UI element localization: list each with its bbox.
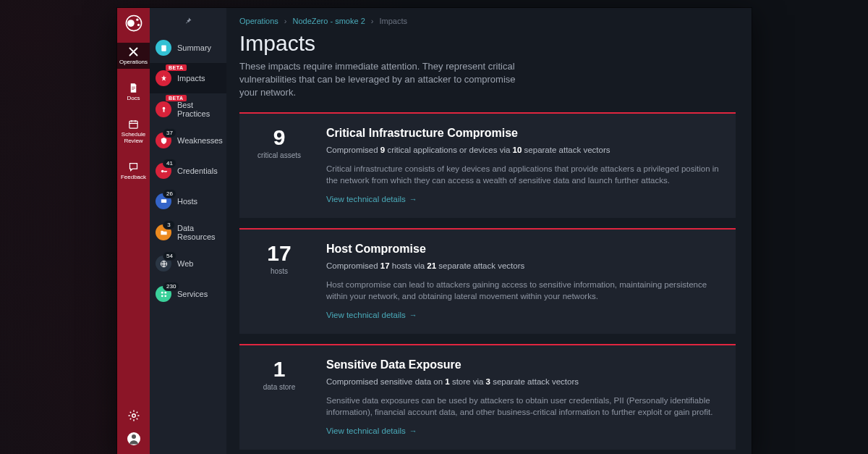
impact-description: Critical infrastructure consists of key …	[326, 163, 721, 186]
svg-point-8	[162, 106, 165, 109]
impact-summary: Compromised 17 hosts via 21 separate att…	[326, 260, 721, 272]
brand-logo-icon	[124, 14, 143, 33]
count-badge: 37	[163, 128, 176, 138]
count-badge: 41	[163, 159, 176, 168]
impact-count: 9	[273, 127, 286, 148]
impact-count-label: hosts	[271, 267, 288, 275]
sidebar-item-services[interactable]: 230 Services	[150, 279, 226, 309]
sidebar-item-label: Hosts	[177, 197, 197, 206]
chat-bubble-icon	[128, 161, 139, 172]
page-title: Impacts	[239, 31, 736, 56]
chevron-right-icon: ›	[371, 17, 374, 25]
rail-item-schedule-review[interactable]: Schedule Review	[117, 115, 150, 148]
primary-nav-rail: Operations Docs Schedule Review Feedback	[117, 8, 150, 454]
svg-rect-10	[161, 199, 166, 203]
impact-count-label: data store	[263, 383, 295, 391]
calendar-icon	[128, 119, 139, 130]
impact-title: Host Compromise	[326, 243, 721, 256]
document-icon	[128, 83, 139, 93]
credentials-icon: 41	[156, 163, 171, 179]
impact-description: Sensitive data exposures can be used by …	[326, 395, 721, 418]
impact-summary: Compromised sensitive data on 1 store vi…	[326, 376, 721, 387]
impact-description: Host compromise can lead to attackers ga…	[326, 279, 721, 302]
impact-count: 17	[267, 243, 291, 264]
count-badge: 26	[163, 189, 176, 198]
user-avatar-icon[interactable]	[127, 432, 140, 445]
sidebar-item-credentials[interactable]: 41 Credentials	[150, 156, 226, 186]
sidebar-item-data-resources[interactable]: 3 Data Resources	[150, 217, 226, 248]
rail-item-feedback[interactable]: Feedback	[117, 158, 150, 184]
sidebar-item-best-practices[interactable]: BETA Best Practices	[150, 93, 226, 125]
secondary-sidebar: Summary BETA Impacts BETA Best Practices…	[150, 8, 226, 454]
rail-label: Operations	[119, 59, 148, 65]
svg-point-5	[132, 414, 135, 418]
rail-label: Schedule Review	[117, 131, 150, 144]
impact-count-label: critical assets	[258, 151, 301, 159]
view-technical-details-link[interactable]: View technical details	[326, 311, 417, 319]
impact-card: 17 hosts Host Compromise Compromised 17 …	[239, 228, 736, 334]
sidebar-item-web[interactable]: 54 Web	[150, 248, 226, 279]
settings-gear-icon[interactable]	[127, 409, 140, 422]
services-icon: 230	[156, 286, 171, 302]
breadcrumb-link-op-name[interactable]: NodeZero - smoke 2	[292, 17, 365, 25]
data-resources-icon: 3	[156, 224, 171, 240]
sidebar-item-label: Impacts	[177, 74, 205, 83]
svg-point-9	[161, 169, 163, 172]
view-technical-details-link[interactable]: View technical details	[326, 195, 417, 203]
best-practices-icon	[156, 101, 171, 117]
breadcrumb-current: Impacts	[379, 17, 407, 25]
rail-item-operations[interactable]: Operations	[117, 43, 150, 69]
svg-point-2	[136, 19, 138, 21]
breadcrumb-link-operations[interactable]: Operations	[239, 17, 278, 25]
impact-title: Sensitive Data Exposure	[326, 358, 721, 371]
impacts-icon	[156, 70, 171, 86]
svg-rect-7	[161, 45, 166, 51]
pin-icon	[184, 17, 192, 25]
impact-summary: Compromised 9 critical applications or d…	[326, 144, 721, 156]
breadcrumb: Operations › NodeZero - smoke 2 › Impact…	[239, 17, 736, 25]
sidebar-item-impacts[interactable]: BETA Impacts	[150, 63, 226, 93]
sidebar-item-label: Web	[177, 259, 193, 268]
rail-item-docs[interactable]: Docs	[117, 79, 150, 105]
svg-point-6	[132, 434, 136, 439]
impact-title: Critical Infrastructure Compromise	[326, 127, 721, 140]
impact-card: 9 critical assets Critical Infrastructur…	[239, 112, 736, 218]
count-badge: 3	[163, 220, 175, 230]
svg-rect-4	[129, 121, 137, 128]
hosts-icon: 26	[156, 193, 171, 209]
sidebar-item-label: Summary	[177, 43, 211, 52]
chevron-right-icon: ›	[284, 17, 287, 25]
crossed-tools-icon	[128, 46, 139, 57]
view-technical-details-link[interactable]: View technical details	[326, 426, 417, 435]
sidebar-item-hosts[interactable]: 26 Hosts	[150, 186, 226, 217]
sidebar-item-label: Services	[177, 290, 208, 298]
svg-point-12	[161, 291, 163, 293]
beta-badge: BETA	[166, 64, 187, 71]
svg-point-15	[164, 295, 166, 297]
svg-point-14	[161, 295, 163, 297]
sidebar-item-label: Weaknesses	[177, 136, 223, 145]
weaknesses-icon: 37	[156, 133, 171, 148]
app-window: Operations Docs Schedule Review Feedback	[117, 8, 752, 454]
svg-point-1	[127, 20, 135, 27]
count-badge: 54	[163, 251, 176, 261]
sidebar-item-label: Data Resources	[177, 224, 221, 241]
sidebar-item-summary[interactable]: Summary	[150, 33, 226, 63]
sidebar-item-weaknesses[interactable]: 37 Weaknesses	[150, 125, 226, 156]
summary-icon	[156, 40, 171, 56]
rail-label: Docs	[127, 95, 140, 101]
web-icon: 54	[156, 256, 171, 272]
impact-card: 1 data store Sensitive Data Exposure Com…	[239, 344, 736, 450]
svg-point-3	[137, 24, 139, 26]
count-badge: 230	[163, 282, 179, 291]
page-subtitle: These impacts require immediate attentio…	[239, 60, 536, 99]
impact-count: 1	[273, 358, 286, 380]
sidebar-item-label: Best Practices	[177, 101, 221, 118]
main-content: Operations › NodeZero - smoke 2 › Impact…	[226, 8, 752, 454]
sidebar-item-label: Credentials	[177, 167, 218, 175]
pin-toggle[interactable]	[150, 12, 226, 33]
beta-badge: BETA	[166, 95, 187, 101]
rail-label: Feedback	[121, 174, 146, 180]
svg-point-13	[164, 291, 166, 293]
